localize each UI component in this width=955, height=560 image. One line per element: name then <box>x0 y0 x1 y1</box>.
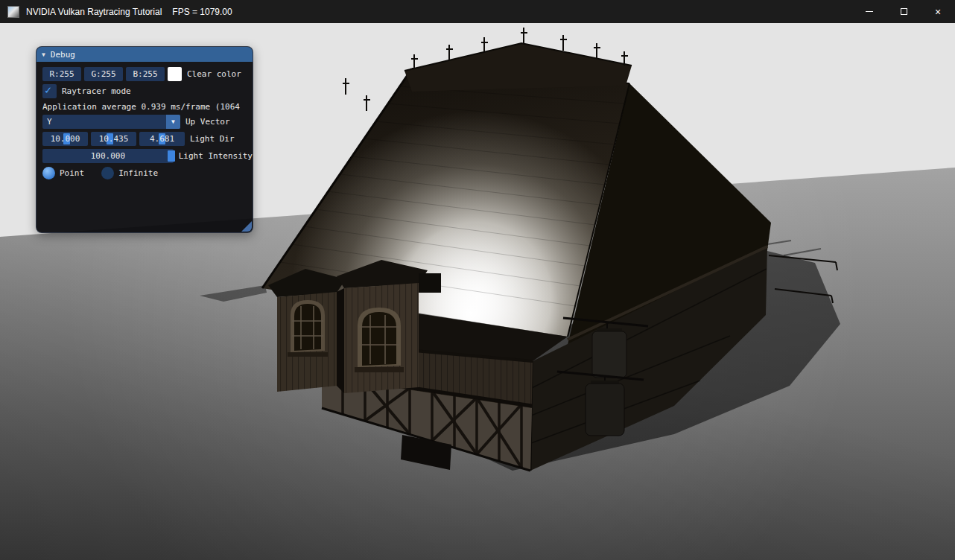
raytracer-label: Raytracer mode <box>62 86 131 96</box>
combo-arrow-button[interactable]: ▼ <box>166 115 180 129</box>
minimize-button[interactable] <box>852 0 886 23</box>
maximize-icon <box>901 8 907 15</box>
stats-text: Application average 0.939 ms/frame (1064 <box>42 102 240 112</box>
up-vector-combo[interactable]: Y ▼ <box>42 115 180 129</box>
light-intensity-label: Light Intensity <box>179 151 253 161</box>
radio-infinite-label: Infinite <box>118 168 158 178</box>
maximize-button[interactable] <box>886 0 921 23</box>
check-icon: ✓ <box>45 83 51 97</box>
raytracer-row: ✓ Raytracer mode <box>42 84 253 98</box>
light-dir-label: Light Dir <box>190 134 235 144</box>
panel-resize-grip[interactable] <box>241 221 252 232</box>
close-button[interactable]: × <box>921 0 955 23</box>
fps-counter: FPS = 1079.00 <box>172 7 232 17</box>
window-controls: × <box>852 0 955 23</box>
debug-panel: ▼ Debug R:255 G:255 B:255 Clear color ✓ … <box>36 46 253 233</box>
window-titlebar: NVIDIA Vulkan Raytracing Tutorial FPS = … <box>0 0 955 23</box>
clear-color-b-field[interactable]: B:255 <box>126 67 165 81</box>
up-vector-value: Y <box>47 117 52 127</box>
light-type-row: Point Infinite <box>42 166 253 180</box>
debug-panel-titlebar[interactable]: ▼ Debug <box>37 47 253 62</box>
ridge-gable <box>404 43 632 92</box>
stats-row: Application average 0.939 ms/frame (1064 <box>42 101 253 112</box>
chevron-down-icon: ▼ <box>171 118 175 125</box>
panel-title: Debug <box>51 50 75 60</box>
clear-color-row: R:255 G:255 B:255 Clear color <box>42 67 253 81</box>
clear-color-label: Clear color <box>187 69 241 79</box>
dormer-tower-left <box>268 269 346 392</box>
raytracer-checkbox[interactable]: ✓ <box>42 84 57 98</box>
dormer-tower-center <box>337 260 428 393</box>
light-intensity-row: 100.000 Light Intensity <box>42 149 253 163</box>
close-icon: × <box>935 6 941 18</box>
window-title: NVIDIA Vulkan Raytracing Tutorial <box>26 7 162 17</box>
app-icon <box>7 6 19 18</box>
clear-color-swatch[interactable] <box>168 67 182 81</box>
light-dir-z-slider[interactable]: 4.681 <box>139 132 185 146</box>
clear-color-g-field[interactable]: G:255 <box>84 67 123 81</box>
up-vector-label: Up Vector <box>185 117 230 127</box>
light-dir-y-slider[interactable]: 10.435 <box>91 132 136 146</box>
chimney-block <box>419 273 441 293</box>
collapse-arrow-icon[interactable]: ▼ <box>42 51 45 58</box>
light-dir-x-slider[interactable]: 10.000 <box>42 132 88 146</box>
light-dir-row: 10.000 10.435 4.681 Light Dir <box>42 132 253 146</box>
light-intensity-slider[interactable]: 100.000 <box>42 149 174 163</box>
up-vector-row: Y ▼ Up Vector <box>42 115 253 129</box>
radio-point-label: Point <box>60 168 84 178</box>
radio-point[interactable] <box>42 167 55 179</box>
light-intensity-grab[interactable] <box>168 150 175 162</box>
radio-infinite[interactable] <box>101 167 114 179</box>
minimize-icon <box>866 11 873 12</box>
clear-color-r-field[interactable]: R:255 <box>42 67 81 81</box>
debug-panel-content: R:255 G:255 B:255 Clear color ✓ Raytrace… <box>37 62 253 232</box>
